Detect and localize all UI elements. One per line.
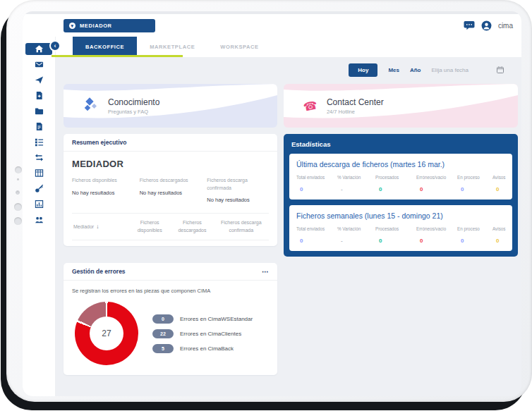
summary-value: No hay resultados bbox=[72, 190, 134, 196]
inbox-icon bbox=[35, 60, 44, 69]
collapse-sidebar-button[interactable]: ‹ bbox=[49, 40, 61, 51]
conocimiento-banner[interactable]: Conocimiento Preguntas y FAQ bbox=[64, 84, 277, 128]
contact-center-subtitle: 24/7 Hotline bbox=[327, 109, 384, 115]
sidebar-item-add-file[interactable] bbox=[25, 90, 52, 102]
sidebar-item-send[interactable] bbox=[25, 74, 52, 86]
donut-total-label: 27 bbox=[75, 302, 138, 365]
summary-label: Ficheros descargados bbox=[140, 177, 202, 185]
knowledge-diamonds-icon bbox=[83, 98, 99, 114]
bezel-sensor bbox=[16, 190, 20, 195]
mediador-selector-button[interactable]: ▾ MEDIADOR bbox=[64, 19, 155, 32]
estadisticas-header: Estadísticas bbox=[291, 140, 512, 148]
tab-bar: ‹ BACKOFFICE MARKETPLACE WORKSPACE bbox=[56, 37, 521, 57]
date-filter-row: Hoy Mes Año Elija una fecha bbox=[64, 62, 504, 78]
legend-item: 22 Errores en CimaClientes bbox=[152, 329, 253, 338]
sidebar-item-inbox[interactable] bbox=[25, 59, 52, 70]
sidebar-item-folder[interactable] bbox=[25, 105, 52, 117]
filter-mes-button[interactable]: Mes bbox=[388, 67, 399, 73]
metric-value: 0 bbox=[296, 238, 334, 244]
conocimiento-subtitle: Preguntas y FAQ bbox=[108, 109, 159, 115]
resumen-ejecutivo-card: Resumen ejecutivo MEDIADOR Ficheros disp… bbox=[64, 134, 277, 246]
phone-icon: ☎ bbox=[302, 98, 318, 114]
legend-value-badge: 22 bbox=[152, 329, 174, 338]
errores-header: Gestión de errores bbox=[72, 268, 126, 275]
file-text-icon bbox=[35, 122, 44, 131]
column-header: Ficheros descargados bbox=[171, 219, 212, 234]
errors-legend: 0 Errores en CimaWSEstandar 22 Errores e… bbox=[152, 314, 253, 353]
bezel-button-1 bbox=[14, 203, 22, 211]
metric-label: Avisos bbox=[492, 175, 505, 180]
metric-label: Total enviados bbox=[296, 226, 334, 231]
calendar-icon bbox=[497, 66, 504, 73]
stats-card-title: Ficheros semanales (lunes 15 - domingo 2… bbox=[296, 211, 505, 220]
top-toolbar: ▾ MEDIADOR cima bbox=[23, 14, 521, 37]
bezel-mic-dot bbox=[17, 178, 19, 180]
tab-workspace[interactable]: WORKSPACE bbox=[207, 37, 271, 57]
sort-down-icon: ↓ bbox=[96, 223, 99, 230]
resumen-table-header: Mediador ↓ Ficheros disponibles Ficheros… bbox=[72, 213, 269, 240]
resumen-section-title: MEDIADOR bbox=[72, 159, 269, 169]
users-icon bbox=[35, 215, 44, 224]
metric-value: 0 bbox=[457, 238, 490, 244]
metric-value: 0 bbox=[416, 186, 454, 192]
tab-backoffice[interactable]: BACKOFFICE bbox=[73, 37, 137, 57]
chat-icon[interactable] bbox=[464, 20, 475, 31]
gestion-errores-card: Gestión de errores ⋯ Se registran los er… bbox=[64, 263, 277, 375]
folder-icon bbox=[35, 106, 44, 116]
sidebar-item-users[interactable] bbox=[25, 214, 52, 226]
metric-value: 0 bbox=[457, 186, 490, 192]
date-picker-placeholder: Elija una fecha bbox=[432, 67, 468, 73]
metric-label: % Variación bbox=[337, 175, 373, 180]
metric-label: En proceso bbox=[457, 175, 490, 180]
resumen-header: Resumen ejecutivo bbox=[72, 139, 126, 146]
metric-value: - bbox=[337, 238, 373, 244]
user-avatar-icon[interactable] bbox=[481, 20, 492, 31]
ultima-descarga-card: Última descarga de ficheros (martes 16 m… bbox=[289, 154, 512, 200]
filter-ano-button[interactable]: Año bbox=[410, 67, 421, 73]
chevron-down-icon: ▾ bbox=[69, 23, 75, 29]
metric-label: Procesados bbox=[375, 175, 413, 180]
metric-value: 0 bbox=[375, 186, 413, 192]
column-mediador-sortable[interactable]: Mediador ↓ bbox=[72, 223, 128, 230]
metric-value: 0 bbox=[375, 238, 413, 244]
sidebar-nav bbox=[23, 37, 56, 396]
estadisticas-panel: Estadísticas Última descarga de ficheros… bbox=[284, 134, 518, 257]
legend-item: 5 Errores en CimaBack bbox=[152, 344, 253, 353]
tablet-bezel: ▾ MEDIADOR cima bbox=[6, 0, 532, 402]
legend-value-badge: 0 bbox=[152, 314, 174, 324]
sidebar-item-transfers[interactable] bbox=[25, 152, 52, 164]
metric-label: Total enviados bbox=[296, 175, 334, 180]
contact-center-title: Contact Center bbox=[327, 97, 384, 107]
sidebar-item-access-key[interactable] bbox=[25, 183, 52, 195]
tab-marketplace[interactable]: MARKETPLACE bbox=[137, 37, 207, 57]
errors-donut-chart: 27 bbox=[75, 302, 138, 365]
sidebar-item-tasks[interactable] bbox=[25, 136, 52, 148]
date-picker-input[interactable]: Elija una fecha bbox=[432, 66, 504, 73]
summary-value: No hay resultados bbox=[207, 197, 269, 203]
bar-chart-icon bbox=[35, 200, 44, 209]
metric-label: Erróneos/vacío bbox=[416, 226, 454, 231]
ellipsis-menu-icon[interactable]: ⋯ bbox=[262, 268, 269, 276]
summary-value: No hay resultados bbox=[140, 190, 202, 196]
username-label: cima bbox=[498, 22, 513, 30]
checklist-icon bbox=[35, 137, 44, 147]
metric-label: Procesados bbox=[375, 226, 413, 231]
sidebar-item-home[interactable] bbox=[25, 43, 52, 55]
metric-label: Avisos bbox=[492, 226, 505, 231]
metric-value: - bbox=[337, 186, 373, 192]
sidebar-item-table[interactable] bbox=[25, 167, 52, 179]
sidebar-item-report[interactable] bbox=[25, 121, 52, 133]
legend-item: 0 Errores en CimaWSEstandar bbox=[152, 314, 253, 324]
metric-label: En proceso bbox=[457, 226, 490, 231]
metric-label: Erróneos/vacío bbox=[416, 175, 454, 180]
metric-value: 0 bbox=[492, 238, 505, 244]
contact-center-banner[interactable]: ☎ Contact Center 24/7 Hotline bbox=[284, 84, 518, 128]
key-icon bbox=[35, 184, 44, 193]
legend-label: Errores en CimaWSEstandar bbox=[180, 316, 253, 322]
sidebar-item-statistics[interactable] bbox=[25, 198, 52, 210]
filter-hoy-button[interactable]: Hoy bbox=[349, 63, 377, 77]
metric-label: % Variación bbox=[337, 226, 373, 231]
legend-label: Errores en CimaBack bbox=[180, 345, 234, 352]
errores-description: Se registran los errores en las piezas q… bbox=[72, 288, 269, 294]
column-header: Ficheros descarga confirmada bbox=[214, 219, 269, 234]
